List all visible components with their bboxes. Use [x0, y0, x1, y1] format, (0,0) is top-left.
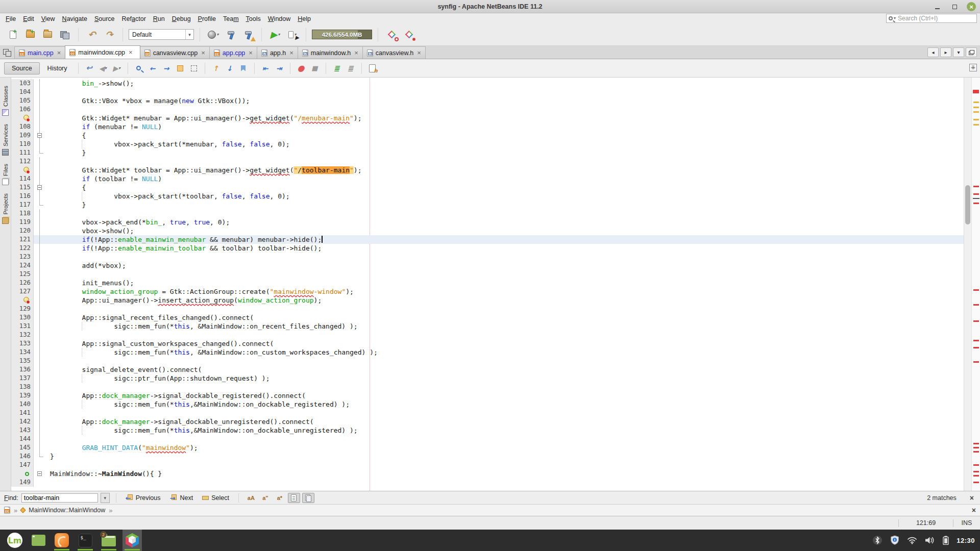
code-text[interactable]: vbox->pack_start(*toolbar, false, false,…: [46, 192, 964, 201]
new-project-button[interactable]: +: [22, 27, 38, 42]
code-text[interactable]: if(!App::enable_mainwin_toolbar && toolb…: [46, 244, 964, 253]
error-stripe[interactable]: [971, 78, 980, 491]
menu-profile[interactable]: Profile: [194, 14, 219, 23]
back-button[interactable]: ◀▾: [97, 62, 109, 74]
code-text[interactable]: }: [46, 148, 964, 157]
code-text[interactable]: vbox->pack_end(*bin_, true, true, 0);: [46, 218, 964, 227]
highlight-results-toggle[interactable]: [288, 493, 300, 503]
code-text[interactable]: bin_->show();: [46, 79, 964, 88]
code-text[interactable]: vbox->show();: [46, 227, 964, 235]
code-text[interactable]: {: [46, 131, 964, 140]
tab-close-icon[interactable]: ×: [289, 49, 293, 57]
code-editor[interactable]: 103 bin_->show();104105 Gtk::VBox *vbox …: [11, 78, 964, 491]
code-text[interactable]: Gtk::Widget* toolbar = App::ui_manager()…: [46, 166, 964, 174]
code-text[interactable]: vbox->pack_start(*menubar, false, false,…: [46, 140, 964, 148]
code-text[interactable]: App::dock_manager->signal_dockable_regis…: [46, 391, 964, 400]
menu-view[interactable]: View: [38, 14, 59, 23]
terminal-launcher[interactable]: $_: [76, 530, 95, 551]
editor-members-icon[interactable]: ⁜: [969, 64, 977, 71]
menu-debug[interactable]: Debug: [168, 14, 194, 23]
vertical-scrollbar[interactable]: [964, 78, 971, 491]
redo-button[interactable]: ↷: [102, 27, 117, 42]
code-text[interactable]: App::signal_recent_files_changed().conne…: [46, 313, 964, 322]
shift-line-right-button[interactable]: ⇥: [273, 62, 285, 74]
battery-icon[interactable]: [943, 536, 949, 545]
code-text[interactable]: [46, 357, 964, 365]
sidebar-item-classes[interactable]: Classes: [2, 86, 9, 116]
tab-scroll-left-button[interactable]: ◂: [927, 47, 939, 57]
open-project-button[interactable]: [40, 27, 55, 42]
tab-mainwindow.cpp[interactable]: mainwindow.cpp×: [65, 45, 140, 59]
code-text[interactable]: sigc::ptr_fun(App::shutdown_request) );: [46, 374, 964, 383]
netbeans-launcher[interactable]: [122, 530, 142, 551]
mint-menu-launcher[interactable]: Lm: [5, 530, 24, 551]
tab-close-icon[interactable]: ×: [354, 49, 358, 57]
find-select-button[interactable]: Select: [199, 493, 232, 503]
code-text[interactable]: App::ui_manager()->insert_action_group(w…: [46, 296, 964, 305]
menu-source[interactable]: Source: [91, 14, 118, 23]
menu-edit[interactable]: Edit: [19, 14, 38, 23]
volume-icon[interactable]: [925, 536, 935, 544]
find-selection-button[interactable]: [133, 62, 145, 74]
dock-windows-icon[interactable]: [3, 49, 11, 56]
code-text[interactable]: signal_delete_event().connect(: [46, 365, 964, 374]
record-macro-stop-button[interactable]: ●: [295, 62, 307, 74]
code-text[interactable]: {: [46, 183, 964, 192]
warning-bulb-icon[interactable]: [23, 115, 30, 122]
forward-button[interactable]: ▶▾: [111, 62, 123, 74]
code-text[interactable]: [46, 409, 964, 417]
find-close-icon[interactable]: ×: [970, 494, 974, 502]
wifi-icon[interactable]: [907, 536, 917, 544]
fold-margin[interactable]: [34, 469, 46, 478]
tab-canvasview.h[interactable]: canvasview.h×: [362, 46, 426, 59]
clean-build-project-button[interactable]: [240, 27, 256, 42]
code-text[interactable]: init_menus();: [46, 279, 964, 287]
code-text[interactable]: sigc::mem_fun(*this,&MainWindow::on_dock…: [46, 400, 964, 409]
find-input[interactable]: [21, 493, 98, 503]
bluetooth-icon[interactable]: [872, 535, 883, 545]
breadcrumb-item[interactable]: MainWindow::MainWindow: [29, 507, 105, 514]
source-view-button[interactable]: Source: [4, 62, 40, 74]
code-text[interactable]: App::signal_custom_workspaces_changed().…: [46, 339, 964, 348]
restore-button[interactable]: [949, 2, 960, 12]
tab-main.cpp[interactable]: main.cpp×: [14, 46, 65, 59]
warning-bulb-icon[interactable]: [23, 167, 30, 174]
menu-tools[interactable]: Tools: [242, 14, 264, 23]
code-text[interactable]: [46, 461, 964, 469]
save-all-button[interactable]: [57, 27, 72, 42]
code-text[interactable]: [46, 270, 964, 279]
menu-run[interactable]: Run: [150, 14, 168, 23]
code-text[interactable]: [46, 157, 964, 166]
code-text[interactable]: [46, 253, 964, 261]
fold-collapse-icon[interactable]: [37, 471, 42, 476]
last-edit-location-button[interactable]: ↩: [83, 62, 95, 74]
next-occurrence-button[interactable]: →: [160, 62, 173, 74]
code-text[interactable]: [46, 331, 964, 339]
menu-help[interactable]: Help: [294, 14, 314, 23]
configuration-select[interactable]: Default▾: [129, 29, 194, 40]
debug-project-button[interactable]: ▶▾: [285, 27, 300, 42]
wrap-around-toggle[interactable]: [302, 493, 314, 503]
code-text[interactable]: [46, 305, 964, 313]
code-text[interactable]: [46, 88, 964, 96]
toggle-header-source-button[interactable]: h: [366, 62, 379, 74]
firefox-launcher[interactable]: [52, 530, 71, 551]
new-file-button[interactable]: +: [5, 27, 20, 42]
code-text[interactable]: if(!App::enable_mainwin_menubar && menub…: [46, 235, 964, 244]
hint-circle-icon[interactable]: [25, 472, 29, 476]
code-text[interactable]: [46, 105, 964, 114]
fold-collapse-icon[interactable]: [37, 133, 42, 138]
fold-collapse-icon[interactable]: [37, 185, 42, 190]
previous-occurrence-button[interactable]: ←: [146, 62, 159, 74]
tab-close-icon[interactable]: ×: [249, 49, 253, 57]
quick-search[interactable]: ▾: [886, 14, 977, 23]
tab-app.h[interactable]: app.h×: [257, 46, 298, 59]
menu-file[interactable]: File: [2, 14, 19, 23]
code-text[interactable]: sigc::mem_fun(*this, &MainWindow::on_cus…: [46, 348, 964, 357]
code-text[interactable]: sigc::mem_fun(*this, &MainWindow::on_rec…: [46, 322, 964, 331]
code-text[interactable]: if (menubar != NULL): [46, 122, 964, 131]
build-project-button[interactable]: [223, 27, 238, 42]
comment-button[interactable]: ≣: [331, 62, 343, 74]
toggle-highlight-button[interactable]: [174, 62, 186, 74]
code-text[interactable]: add(*vbox);: [46, 261, 964, 270]
